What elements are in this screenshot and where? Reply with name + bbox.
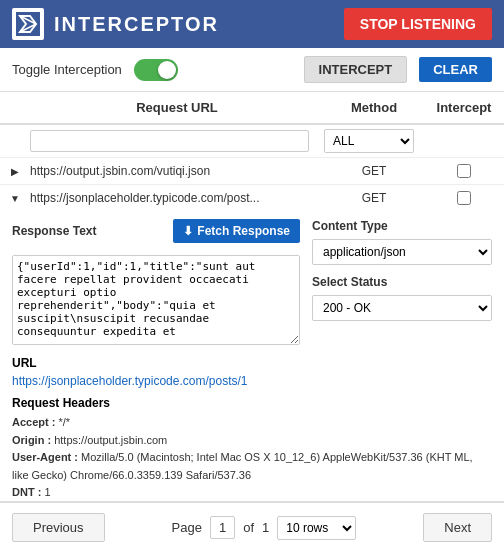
response-section: Response Text ⬇ Fetch Response (12, 219, 300, 348)
table-row: ▶ https://output.jsbin.com/vutiqi.json G… (0, 158, 504, 185)
header-user-agent: User-Agent : Mozilla/5.0 (Macintosh; Int… (12, 449, 492, 484)
url-link[interactable]: https://jsonplaceholder.typicode.com/pos… (12, 374, 247, 388)
th-url: Request URL (30, 98, 324, 117)
toggle-track[interactable] (134, 59, 178, 81)
row1-intercept-cell (424, 164, 504, 178)
fetch-button-label: Fetch Response (197, 224, 290, 238)
expanded-panel: Response Text ⬇ Fetch Response Content T… (0, 211, 504, 520)
url-label: URL (12, 356, 492, 370)
header-accept-key: Accept : (12, 416, 55, 428)
toggle-knob (158, 61, 176, 79)
of-label: of (243, 520, 254, 535)
expand-button-row1[interactable]: ▶ (0, 166, 30, 177)
content-type-label: Content Type (312, 219, 492, 233)
next-button[interactable]: Next (423, 513, 492, 542)
row1-intercept-checkbox[interactable] (457, 164, 471, 178)
status-section: Select Status 200 - OK 201 - Created 400… (312, 275, 492, 321)
th-expand (0, 98, 30, 117)
method-filter-select[interactable]: ALL GET POST PUT DELETE PATCH (324, 129, 414, 153)
pagination: Previous Page 1 of 1 10 rows 25 rows 50 … (0, 501, 504, 552)
previous-button[interactable]: Previous (12, 513, 105, 542)
status-select[interactable]: 200 - OK 201 - Created 400 - Bad Request… (312, 295, 492, 321)
expand-button-row2[interactable]: ▼ (0, 193, 30, 204)
header-left: INTERCEPTOR (12, 8, 219, 40)
url-filter-input[interactable] (30, 130, 309, 152)
filter-method-cell: ALL GET POST PUT DELETE PATCH (324, 129, 424, 153)
row2-method: GET (324, 191, 424, 205)
filter-row: ALL GET POST PUT DELETE PATCH (0, 125, 504, 158)
right-panel: Content Type application/json text/html … (312, 219, 492, 348)
row1-url: https://output.jsbin.com/vutiqi.json (30, 164, 324, 178)
response-header-row: Response Text ⬇ Fetch Response (12, 219, 300, 249)
toolbar: Toggle Interception INTERCEPT CLEAR (0, 48, 504, 92)
page-number: 1 (210, 516, 235, 539)
row1-method: GET (324, 164, 424, 178)
header-dnt-key: DNT : (12, 486, 41, 498)
row2-intercept-checkbox[interactable] (457, 191, 471, 205)
table-row: ▼ https://jsonplaceholder.typicode.com/p… (0, 185, 504, 211)
response-textarea[interactable] (12, 255, 300, 345)
content-type-select[interactable]: application/json text/html text/plain ap… (312, 239, 492, 265)
rows-per-page-select[interactable]: 10 rows 25 rows 50 rows 100 rows (277, 516, 356, 540)
intercept-button[interactable]: INTERCEPT (304, 56, 408, 83)
select-status-label: Select Status (312, 275, 492, 289)
stop-listening-button[interactable]: STOP LISTENING (344, 8, 492, 40)
clear-button[interactable]: CLEAR (419, 57, 492, 82)
fetch-response-button[interactable]: ⬇ Fetch Response (173, 219, 300, 243)
page-label: Page (172, 520, 202, 535)
request-headers-label: Request Headers (12, 396, 492, 410)
th-intercept: Intercept (424, 98, 504, 117)
header-ua-value: Mozilla/5.0 (Macintosh; Intel Mac OS X 1… (12, 451, 473, 481)
app-title: INTERCEPTOR (54, 13, 219, 36)
header-accept-value: */* (55, 416, 70, 428)
header-dnt-value: 1 (41, 486, 50, 498)
header-ua-key: User-Agent : (12, 451, 78, 463)
header-accept: Accept : */* (12, 414, 492, 432)
toggle-interception[interactable] (134, 59, 178, 81)
toggle-label: Toggle Interception (12, 62, 122, 77)
row2-intercept-cell (424, 191, 504, 205)
row2-url: https://jsonplaceholder.typicode.com/pos… (30, 191, 324, 205)
header-dnt: DNT : 1 (12, 484, 492, 502)
download-icon: ⬇ (183, 224, 193, 238)
response-text-label: Response Text (12, 224, 96, 238)
url-section: URL https://jsonplaceholder.typicode.com… (12, 356, 492, 388)
filter-url-cell (30, 130, 324, 152)
logo (12, 8, 44, 40)
app-container: INTERCEPTOR STOP LISTENING Toggle Interc… (0, 0, 504, 552)
request-headers-section: Request Headers Accept : */* Origin : ht… (12, 396, 492, 502)
total-pages: 1 (262, 520, 269, 535)
header: INTERCEPTOR STOP LISTENING (0, 0, 504, 48)
page-info: Page 1 of 1 10 rows 25 rows 50 rows 100 … (172, 516, 357, 540)
logo-icon (16, 12, 40, 36)
header-origin: Origin : https://output.jsbin.com (12, 432, 492, 450)
header-origin-value: https://output.jsbin.com (51, 434, 167, 446)
table-header: Request URL Method Intercept (0, 92, 504, 125)
th-method: Method (324, 98, 424, 117)
header-origin-key: Origin : (12, 434, 51, 446)
content-type-section: Content Type application/json text/html … (312, 219, 492, 275)
expanded-top: Response Text ⬇ Fetch Response Content T… (12, 219, 492, 348)
